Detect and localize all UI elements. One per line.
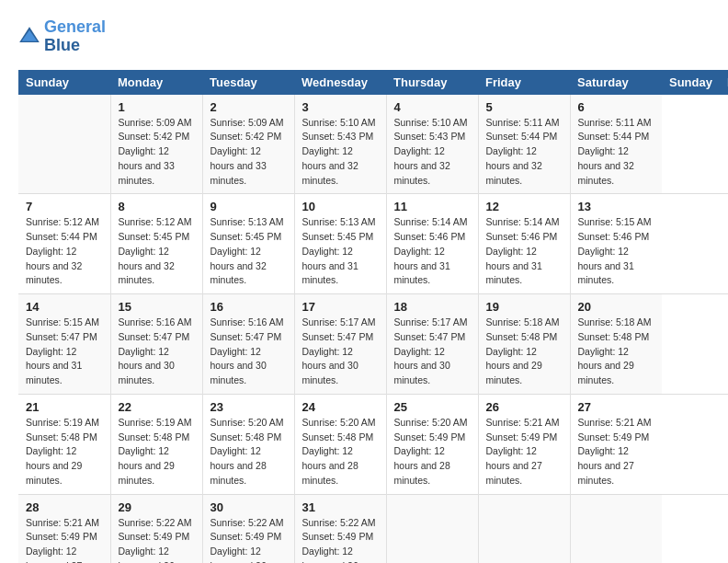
- day-info: Sunrise: 5:22 AMSunset: 5:49 PMDaylight:…: [302, 516, 379, 563]
- page-header: General Blue: [18, 18, 710, 55]
- calendar-cell: 28Sunrise: 5:21 AMSunset: 5:49 PMDayligh…: [18, 494, 110, 563]
- calendar-cell: 6Sunrise: 5:11 AMSunset: 5:44 PMDaylight…: [570, 95, 662, 194]
- day-number: 8: [119, 200, 195, 213]
- calendar-cell: 25Sunrise: 5:20 AMSunset: 5:49 PMDayligh…: [386, 394, 478, 494]
- weekday-header-monday: Monday: [720, 70, 728, 95]
- header-friday: Friday: [478, 70, 570, 95]
- day-number: 22: [119, 400, 195, 414]
- day-number: 25: [394, 400, 471, 414]
- calendar-cell: [386, 494, 478, 563]
- day-info: Sunrise: 5:14 AMSunset: 5:46 PMDaylight:…: [486, 215, 563, 288]
- day-number: 31: [302, 500, 379, 514]
- day-info: Sunrise: 5:22 AMSunset: 5:49 PMDaylight:…: [119, 516, 195, 563]
- calendar-cell: 31Sunrise: 5:22 AMSunset: 5:49 PMDayligh…: [294, 494, 386, 563]
- day-number: 11: [394, 200, 471, 213]
- day-number: 17: [302, 300, 379, 314]
- day-info: Sunrise: 5:12 AMSunset: 5:45 PMDaylight:…: [119, 215, 195, 288]
- calendar-cell: 21Sunrise: 5:19 AMSunset: 5:48 PMDayligh…: [18, 394, 110, 494]
- day-number: 16: [210, 300, 287, 314]
- calendar-cell: 1Sunrise: 5:09 AMSunset: 5:42 PMDaylight…: [110, 95, 202, 194]
- day-number: 29: [119, 500, 195, 514]
- day-number: 10: [302, 200, 379, 213]
- calendar-week-row: 1Sunrise: 5:09 AMSunset: 5:42 PMDaylight…: [18, 95, 728, 194]
- calendar-cell: 8Sunrise: 5:12 AMSunset: 5:45 PMDaylight…: [110, 194, 202, 294]
- calendar-week-row: 7Sunrise: 5:12 AMSunset: 5:44 PMDaylight…: [18, 194, 728, 294]
- calendar-cell: 17Sunrise: 5:17 AMSunset: 5:47 PMDayligh…: [294, 294, 386, 395]
- calendar-table: SundayMondayTuesdayWednesdayThursdayFrid…: [18, 70, 728, 563]
- day-number: 14: [26, 300, 103, 314]
- day-number: 13: [578, 200, 655, 213]
- calendar-cell: 16Sunrise: 5:16 AMSunset: 5:47 PMDayligh…: [202, 294, 294, 395]
- calendar-cell: 2Sunrise: 5:09 AMSunset: 5:42 PMDaylight…: [202, 95, 294, 194]
- calendar-cell: 20Sunrise: 5:18 AMSunset: 5:48 PMDayligh…: [570, 294, 662, 395]
- header-sunday: Sunday: [18, 70, 110, 95]
- day-info: Sunrise: 5:21 AMSunset: 5:49 PMDaylight:…: [578, 416, 655, 488]
- calendar-cell: 5Sunrise: 5:11 AMSunset: 5:44 PMDaylight…: [478, 95, 570, 194]
- weekday-header-sunday: Sunday: [662, 70, 720, 95]
- calendar-cell: 13Sunrise: 5:15 AMSunset: 5:46 PMDayligh…: [570, 194, 662, 294]
- day-info: Sunrise: 5:21 AMSunset: 5:49 PMDaylight:…: [486, 416, 563, 488]
- day-number: 3: [302, 100, 379, 114]
- day-info: Sunrise: 5:20 AMSunset: 5:49 PMDaylight:…: [394, 416, 471, 488]
- calendar-cell: [478, 494, 570, 563]
- day-info: Sunrise: 5:09 AMSunset: 5:42 PMDaylight:…: [119, 116, 195, 189]
- day-info: Sunrise: 5:17 AMSunset: 5:47 PMDaylight:…: [394, 316, 471, 388]
- day-number: 28: [26, 500, 103, 514]
- day-info: Sunrise: 5:14 AMSunset: 5:46 PMDaylight:…: [394, 215, 471, 288]
- day-number: 5: [486, 100, 563, 114]
- day-info: Sunrise: 5:12 AMSunset: 5:44 PMDaylight:…: [26, 215, 103, 288]
- day-number: 12: [486, 200, 563, 213]
- logo-icon: [18, 26, 40, 48]
- day-info: Sunrise: 5:17 AMSunset: 5:47 PMDaylight:…: [302, 316, 379, 388]
- calendar-cell: 7Sunrise: 5:12 AMSunset: 5:44 PMDaylight…: [18, 194, 110, 294]
- day-number: 19: [486, 300, 563, 314]
- calendar-week-row: 21Sunrise: 5:19 AMSunset: 5:48 PMDayligh…: [18, 394, 728, 494]
- day-number: 2: [210, 100, 287, 114]
- day-info: Sunrise: 5:15 AMSunset: 5:46 PMDaylight:…: [578, 215, 655, 288]
- day-info: Sunrise: 5:11 AMSunset: 5:44 PMDaylight:…: [578, 116, 655, 189]
- day-number: 4: [394, 100, 471, 114]
- day-number: 6: [578, 100, 655, 114]
- header-monday: Monday: [110, 70, 202, 95]
- day-info: Sunrise: 5:18 AMSunset: 5:48 PMDaylight:…: [486, 316, 563, 388]
- calendar-cell: 22Sunrise: 5:19 AMSunset: 5:48 PMDayligh…: [110, 394, 202, 494]
- header-saturday: Saturday: [570, 70, 662, 95]
- calendar-week-row: 14Sunrise: 5:15 AMSunset: 5:47 PMDayligh…: [18, 294, 728, 395]
- day-info: Sunrise: 5:21 AMSunset: 5:49 PMDaylight:…: [26, 516, 103, 563]
- day-number: 21: [26, 400, 103, 414]
- day-info: Sunrise: 5:10 AMSunset: 5:43 PMDaylight:…: [302, 116, 379, 189]
- day-number: 23: [210, 400, 287, 414]
- calendar-week-row: 28Sunrise: 5:21 AMSunset: 5:49 PMDayligh…: [18, 494, 728, 563]
- day-number: 1: [119, 100, 195, 114]
- calendar-cell: 30Sunrise: 5:22 AMSunset: 5:49 PMDayligh…: [202, 494, 294, 563]
- calendar-header-row: SundayMondayTuesdayWednesdayThursdayFrid…: [18, 70, 728, 95]
- calendar-cell: 29Sunrise: 5:22 AMSunset: 5:49 PMDayligh…: [110, 494, 202, 563]
- calendar-cell: [570, 494, 662, 563]
- header-thursday: Thursday: [386, 70, 478, 95]
- calendar-cell: 11Sunrise: 5:14 AMSunset: 5:46 PMDayligh…: [386, 194, 478, 294]
- day-number: 15: [119, 300, 195, 314]
- calendar-cell: 15Sunrise: 5:16 AMSunset: 5:47 PMDayligh…: [110, 294, 202, 395]
- calendar-cell: 10Sunrise: 5:13 AMSunset: 5:45 PMDayligh…: [294, 194, 386, 294]
- day-number: 27: [578, 400, 655, 414]
- calendar-cell: 18Sunrise: 5:17 AMSunset: 5:47 PMDayligh…: [386, 294, 478, 395]
- calendar-cell: 9Sunrise: 5:13 AMSunset: 5:45 PMDaylight…: [202, 194, 294, 294]
- day-info: Sunrise: 5:20 AMSunset: 5:48 PMDaylight:…: [302, 416, 379, 488]
- calendar-cell: 14Sunrise: 5:15 AMSunset: 5:47 PMDayligh…: [18, 294, 110, 395]
- day-number: 18: [394, 300, 471, 314]
- day-number: 9: [210, 200, 287, 213]
- day-number: 24: [302, 400, 379, 414]
- logo-text: General Blue: [44, 18, 106, 55]
- day-info: Sunrise: 5:20 AMSunset: 5:48 PMDaylight:…: [210, 416, 287, 488]
- day-info: Sunrise: 5:16 AMSunset: 5:47 PMDaylight:…: [119, 316, 195, 388]
- day-info: Sunrise: 5:11 AMSunset: 5:44 PMDaylight:…: [486, 116, 563, 189]
- day-number: 20: [578, 300, 655, 314]
- day-info: Sunrise: 5:15 AMSunset: 5:47 PMDaylight:…: [26, 316, 103, 388]
- day-number: 30: [210, 500, 287, 514]
- header-wednesday: Wednesday: [294, 70, 386, 95]
- day-number: 7: [26, 200, 103, 213]
- day-info: Sunrise: 5:10 AMSunset: 5:43 PMDaylight:…: [394, 116, 471, 189]
- logo: General Blue: [18, 18, 106, 55]
- calendar-cell: 12Sunrise: 5:14 AMSunset: 5:46 PMDayligh…: [478, 194, 570, 294]
- calendar-cell: 4Sunrise: 5:10 AMSunset: 5:43 PMDaylight…: [386, 95, 478, 194]
